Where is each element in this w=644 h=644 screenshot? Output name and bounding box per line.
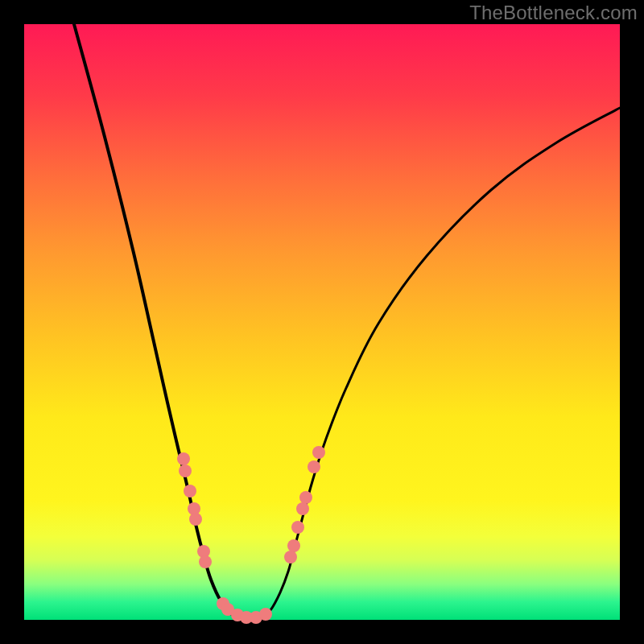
curve-group [74, 24, 620, 620]
data-dot [312, 446, 325, 459]
data-dot [299, 491, 312, 504]
data-dot [189, 513, 202, 526]
data-dot [179, 464, 192, 477]
curve-right-curve [261, 108, 620, 620]
curve-left-curve [74, 24, 243, 620]
data-dot [284, 551, 297, 564]
data-dot [296, 502, 309, 515]
gradient-plot-area [24, 24, 620, 620]
data-dot [308, 460, 320, 473]
data-dot [259, 608, 272, 621]
data-dot [184, 485, 196, 497]
data-dot [177, 452, 190, 465]
data-dot [291, 521, 304, 534]
data-dot [199, 555, 212, 568]
chart-svg [24, 24, 620, 620]
outer-frame: TheBottleneck.com [0, 0, 644, 644]
watermark-text: TheBottleneck.com [469, 2, 638, 24]
data-dot [287, 539, 300, 552]
